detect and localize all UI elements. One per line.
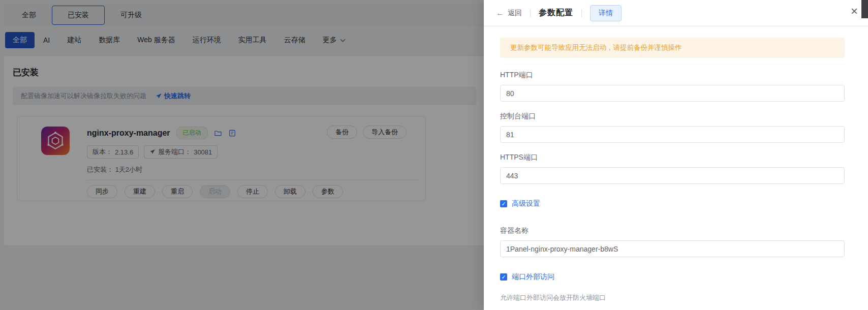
advanced-settings-label: 高级设置: [512, 199, 540, 208]
update-warning-banner: 更新参数可能导致应用无法启动，请提前备份并谨慎操作: [500, 38, 845, 58]
close-icon[interactable]: ×: [851, 5, 858, 17]
checkbox-checked-icon: ✓: [500, 200, 507, 207]
header-divider: [530, 9, 531, 17]
port-external-access-hint: 允许端口外部访问会放开防火墙端口: [500, 293, 845, 302]
params-config-drawer: ← 返回 参数配置 详情 × 更新参数可能导致应用无法启动，请提前备份并谨慎操作…: [484, 0, 868, 310]
drawer-overlay[interactable]: [0, 0, 484, 310]
port-external-access-checkbox[interactable]: ✓ 端口外部访问: [500, 272, 845, 282]
console-port-input[interactable]: [500, 126, 845, 143]
https-port-label: HTTPS端口: [500, 153, 845, 161]
detail-button[interactable]: 详情: [590, 5, 622, 21]
container-name-input[interactable]: [500, 240, 845, 257]
app-screen: 全部 已安装 可升级 全部 AI 建站 数据库 Web 服务器 运行环境 实用工…: [0, 0, 868, 310]
drawer-header: ← 返回 参数配置 详情 ×: [484, 0, 868, 26]
back-button[interactable]: ← 返回: [496, 9, 522, 18]
window-scrollbar-thumb[interactable]: [861, 0, 868, 18]
port-external-access-label: 端口外部访问: [512, 272, 554, 282]
container-name-label: 容器名称: [500, 226, 845, 234]
http-port-input[interactable]: [500, 85, 845, 102]
back-label: 返回: [508, 9, 522, 18]
console-port-label: 控制台端口: [500, 112, 845, 120]
back-arrow-icon: ←: [496, 9, 504, 18]
http-port-label: HTTP端口: [500, 71, 845, 79]
checkbox-checked-icon: ✓: [500, 273, 507, 281]
drawer-body: 更新参数可能导致应用无法启动，请提前备份并谨慎操作 HTTP端口 控制台端口 H…: [484, 26, 868, 310]
header-divider: [581, 9, 582, 17]
advanced-settings-checkbox[interactable]: ✓ 高级设置: [500, 199, 845, 208]
https-port-input[interactable]: [500, 167, 845, 184]
drawer-title: 参数配置: [539, 8, 573, 18]
